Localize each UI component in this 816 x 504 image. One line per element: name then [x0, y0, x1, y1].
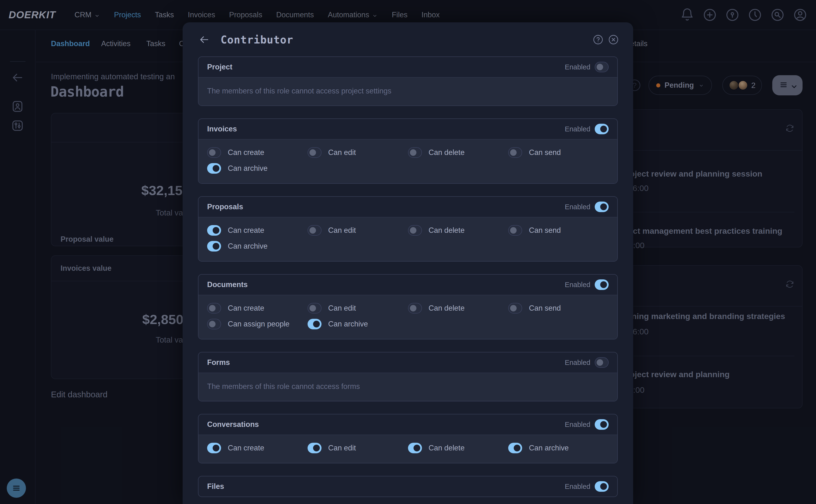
permission-label: Can delete	[429, 148, 465, 157]
section-enabled: Enabled	[565, 124, 609, 134]
section-body: Can createCan editCan deleteCan sendCan …	[198, 217, 617, 261]
permission-label: Can archive	[328, 320, 368, 328]
enabled-toggle[interactable]	[595, 62, 609, 72]
permission-can-edit[interactable]: Can edit	[308, 443, 408, 453]
permission-can-create[interactable]: Can create	[207, 225, 308, 236]
permission-label: Can edit	[328, 444, 356, 452]
permission-toggle[interactable]	[408, 225, 422, 236]
permission-toggle[interactable]	[308, 147, 321, 158]
close-icon[interactable]	[608, 34, 619, 45]
permission-label: Can create	[228, 444, 264, 452]
permission-toggle[interactable]	[207, 443, 221, 453]
permission-grid: Can createCan editCan deleteCan archive	[198, 435, 617, 463]
permission-toggle[interactable]	[308, 225, 321, 236]
permission-can-send[interactable]: Can send	[508, 147, 609, 158]
app-root: DOERKIT CRMProjectsTasksInvoicesProposal…	[0, 0, 816, 504]
permission-can-delete[interactable]: Can delete	[408, 443, 508, 453]
permission-toggle[interactable]	[207, 303, 221, 313]
permission-section-conversations: ConversationsEnabledCan createCan editCa…	[198, 414, 618, 463]
permission-section-project: ProjectEnabledThe members of this role c…	[198, 56, 618, 106]
permission-section-files: FilesEnabled	[198, 476, 618, 497]
section-body: The members of this role cannot access f…	[198, 373, 617, 401]
permission-toggle[interactable]	[207, 163, 221, 174]
permission-label: Can archive	[228, 164, 267, 173]
permission-toggle[interactable]	[308, 443, 321, 453]
permission-label: Can send	[529, 304, 561, 313]
permission-toggle[interactable]	[207, 319, 221, 329]
permission-can-archive[interactable]: Can archive	[308, 319, 408, 329]
permission-can-delete[interactable]: Can delete	[408, 225, 508, 236]
section-enabled: Enabled	[565, 279, 609, 290]
section-enabled: Enabled	[565, 202, 609, 212]
permission-can-delete[interactable]: Can delete	[408, 147, 508, 158]
modal-title: Contributor	[221, 34, 293, 46]
permission-toggle[interactable]	[408, 303, 422, 313]
back-button[interactable]	[198, 34, 210, 45]
permission-can-assign-people[interactable]: Can assign people	[207, 319, 308, 329]
permission-label: Can archive	[228, 242, 267, 251]
permission-grid: Can createCan editCan deleteCan sendCan …	[198, 217, 617, 261]
permission-can-archive[interactable]: Can archive	[508, 443, 609, 453]
section-title: Conversations	[207, 420, 259, 429]
section-title: Documents	[207, 280, 248, 289]
permission-toggle[interactable]	[508, 147, 522, 158]
modal-body: ProjectEnabledThe members of this role c…	[183, 46, 633, 497]
enabled-toggle[interactable]	[595, 279, 609, 290]
permission-can-send[interactable]: Can send	[508, 303, 609, 313]
permission-grid: Can createCan editCan deleteCan sendCan …	[198, 295, 617, 339]
permission-can-archive[interactable]: Can archive	[207, 241, 308, 252]
section-note: The members of this role cannot access p…	[198, 78, 617, 105]
section-title: Invoices	[207, 125, 237, 133]
permission-label: Can delete	[429, 304, 465, 313]
permission-toggle[interactable]	[207, 225, 221, 236]
section-title: Files	[207, 482, 224, 491]
section-header: ProposalsEnabled	[198, 197, 617, 217]
section-header: ProjectEnabled	[198, 57, 617, 77]
permission-can-archive[interactable]: Can archive	[207, 163, 308, 174]
permission-toggle[interactable]	[508, 303, 522, 313]
enabled-label: Enabled	[565, 125, 590, 133]
enabled-toggle[interactable]	[595, 357, 609, 368]
permission-section-proposals: ProposalsEnabledCan createCan editCan de…	[198, 196, 618, 262]
enabled-toggle[interactable]	[595, 202, 609, 212]
enabled-toggle[interactable]	[595, 124, 609, 134]
permission-can-create[interactable]: Can create	[207, 443, 308, 453]
permission-can-send[interactable]: Can send	[508, 225, 609, 236]
permission-label: Can create	[228, 226, 264, 235]
enabled-toggle[interactable]	[595, 419, 609, 430]
enabled-label: Enabled	[565, 421, 590, 429]
permission-label: Can delete	[429, 444, 465, 452]
modal-header: Contributor	[183, 22, 633, 46]
permission-can-create[interactable]: Can create	[207, 147, 308, 158]
enabled-label: Enabled	[565, 203, 590, 211]
permission-toggle[interactable]	[408, 443, 422, 453]
section-body: Can createCan editCan deleteCan sendCan …	[198, 295, 617, 339]
permission-toggle[interactable]	[508, 443, 522, 453]
permission-can-edit[interactable]: Can edit	[308, 303, 408, 313]
section-header: DocumentsEnabled	[198, 275, 617, 295]
section-header: InvoicesEnabled	[198, 119, 617, 139]
permission-label: Can delete	[429, 226, 465, 235]
section-enabled: Enabled	[565, 62, 609, 72]
section-header: ConversationsEnabled	[198, 414, 617, 435]
permission-label: Can create	[228, 148, 264, 157]
permission-can-delete[interactable]: Can delete	[408, 303, 508, 313]
permission-label: Can edit	[328, 304, 356, 313]
permission-can-create[interactable]: Can create	[207, 303, 308, 313]
enabled-toggle[interactable]	[595, 481, 609, 492]
section-enabled: Enabled	[565, 481, 609, 492]
permission-label: Can assign people	[228, 320, 290, 328]
permission-toggle[interactable]	[508, 225, 522, 236]
permission-can-edit[interactable]: Can edit	[308, 225, 408, 236]
permission-toggle[interactable]	[207, 147, 221, 158]
permission-can-edit[interactable]: Can edit	[308, 147, 408, 158]
help-icon[interactable]	[592, 34, 604, 45]
permission-toggle[interactable]	[408, 147, 422, 158]
section-body: The members of this role cannot access p…	[198, 77, 617, 105]
permission-toggle[interactable]	[308, 303, 321, 313]
permission-toggle[interactable]	[207, 241, 221, 252]
section-header: FormsEnabled	[198, 352, 617, 373]
permission-toggle[interactable]	[308, 319, 321, 329]
permission-section-documents: DocumentsEnabledCan createCan editCan de…	[198, 274, 618, 339]
section-enabled: Enabled	[565, 419, 609, 430]
